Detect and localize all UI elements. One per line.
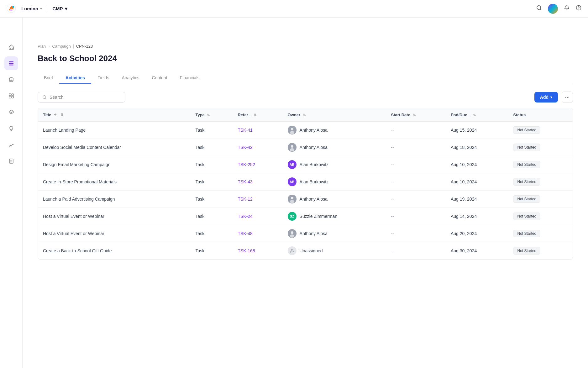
svg-point-17 xyxy=(291,128,293,130)
ref-sort-icon[interactable]: ⇅ xyxy=(254,113,256,117)
table-row[interactable]: Create a Back-to-School Gift Guide Task … xyxy=(38,242,573,260)
owner-name: Alan Burkowitz xyxy=(300,162,329,167)
workspace-chevron-icon: ▾ xyxy=(40,7,42,11)
tabs-bar: Brief Activities Fields Analytics Conten… xyxy=(38,72,573,84)
breadcrumb-divider xyxy=(73,44,74,49)
breadcrumb-campaign-link[interactable]: Campaign xyxy=(52,44,71,49)
table-row[interactable]: Launch a Paid Advertising Campaign Task … xyxy=(38,191,573,208)
table-row[interactable]: Design Email Marketing Campaign Task TSK… xyxy=(38,156,573,173)
svg-point-20 xyxy=(291,145,293,148)
svg-point-27 xyxy=(290,234,294,238)
cell-end-due: Aug 10, 2024 xyxy=(446,173,508,191)
cell-reference: TSK-42 xyxy=(233,139,282,156)
sidebar-item-chart[interactable] xyxy=(4,138,18,152)
enddue-sort-icon[interactable]: ⇅ xyxy=(473,113,476,117)
cell-title: Design Email Marketing Campaign xyxy=(38,156,190,173)
owner-avatar xyxy=(288,195,297,203)
breadcrumb-plan-link[interactable]: Plan xyxy=(38,44,46,49)
cell-start-date: -- xyxy=(386,208,445,225)
status-badge: Not Started xyxy=(513,178,540,186)
cell-type: Task xyxy=(190,139,233,156)
svg-point-1 xyxy=(12,6,14,8)
owner-avatar: AB xyxy=(288,160,297,169)
svg-point-28 xyxy=(291,249,293,251)
tab-brief[interactable]: Brief xyxy=(38,72,59,84)
owner-avatar: AB xyxy=(288,177,297,186)
workspace-selector[interactable]: Lumino ▾ xyxy=(21,6,42,11)
svg-rect-9 xyxy=(9,94,11,96)
tab-fields[interactable]: Fields xyxy=(91,72,115,84)
sidebar-item-home[interactable] xyxy=(4,40,18,54)
top-nav-right xyxy=(536,4,582,14)
status-badge: Not Started xyxy=(513,126,540,134)
cell-end-due: Aug 19, 2024 xyxy=(446,191,508,208)
owner-avatar xyxy=(288,246,297,255)
cell-end-due: Aug 10, 2024 xyxy=(446,156,508,173)
col-reference: Refer... ⇅ xyxy=(233,108,282,122)
sidebar-item-doc[interactable] xyxy=(4,154,18,168)
svg-point-26 xyxy=(291,231,293,234)
cell-reference: TSK-24 xyxy=(233,208,282,225)
sidebar-collapse-button[interactable] xyxy=(4,365,18,368)
cell-reference: TSK-168 xyxy=(233,242,282,260)
cell-status: Not Started xyxy=(508,225,573,242)
svg-point-21 xyxy=(290,148,294,151)
cell-type: Task xyxy=(190,242,233,260)
sidebar-item-list[interactable] xyxy=(4,56,18,70)
svg-point-24 xyxy=(290,200,294,203)
project-selector[interactable]: CMP ▾ xyxy=(52,6,67,12)
add-column-button[interactable]: + xyxy=(54,112,57,118)
table-row[interactable]: Host a Virtual Event or Webinar Task TSK… xyxy=(38,225,573,242)
sidebar-item-database[interactable] xyxy=(4,73,18,87)
svg-point-8 xyxy=(9,78,13,79)
owner-avatar: SZ xyxy=(288,212,297,221)
status-badge: Not Started xyxy=(513,247,540,255)
cell-status: Not Started xyxy=(508,173,573,191)
cell-status: Not Started xyxy=(508,139,573,156)
startdate-sort-icon[interactable]: ⇅ xyxy=(413,113,416,117)
page-title: Back to School 2024 xyxy=(38,54,573,63)
owner-name: Anthony Aiosa xyxy=(300,128,328,133)
main-content: Plan › Campaign CPN-123 Back to School 2… xyxy=(23,18,588,368)
svg-point-0 xyxy=(7,4,16,13)
owner-name: Suzzie Zimmerman xyxy=(300,214,338,219)
more-icon: ··· xyxy=(565,94,570,101)
tab-financials[interactable]: Financials xyxy=(173,72,206,84)
table-row[interactable]: Host a Virtual Event or Webinar Task TSK… xyxy=(38,208,573,225)
add-button[interactable]: Add ▾ xyxy=(534,92,558,103)
tab-content[interactable]: Content xyxy=(145,72,173,84)
more-options-button[interactable]: ··· xyxy=(562,92,573,103)
cell-start-date: -- xyxy=(386,156,445,173)
search-input[interactable] xyxy=(50,95,121,100)
svg-rect-5 xyxy=(9,61,13,62)
cell-reference: TSK-252 xyxy=(233,156,282,173)
cell-status: Not Started xyxy=(508,156,573,173)
help-button[interactable] xyxy=(575,5,582,13)
user-avatar[interactable] xyxy=(548,4,558,14)
search-button[interactable] xyxy=(536,5,542,13)
sidebar-item-library[interactable] xyxy=(4,89,18,103)
sidebar-item-bulb[interactable] xyxy=(4,122,18,135)
cell-type: Task xyxy=(190,122,233,139)
status-badge: Not Started xyxy=(513,161,540,168)
cell-status: Not Started xyxy=(508,242,573,260)
table-row[interactable]: Create In-Store Promotional Materials Ta… xyxy=(38,173,573,191)
svg-point-4 xyxy=(578,9,579,10)
cell-owner: AB Alan Burkowitz xyxy=(283,156,386,173)
svg-point-18 xyxy=(290,131,294,134)
sidebar-item-layers[interactable] xyxy=(4,105,18,119)
tab-activities[interactable]: Activities xyxy=(59,72,91,84)
cell-start-date: -- xyxy=(386,173,445,191)
owner-name: Unassigned xyxy=(300,248,323,253)
app-logo[interactable] xyxy=(6,3,16,14)
title-sort-icon[interactable]: ⇅ xyxy=(60,113,63,117)
tab-analytics[interactable]: Analytics xyxy=(115,72,145,84)
type-sort-icon[interactable]: ⇅ xyxy=(207,113,210,117)
col-start-date: Start Date ⇅ xyxy=(386,108,445,122)
table-row[interactable]: Launch Landing Page Task TSK-41 Anthony … xyxy=(38,122,573,139)
owner-sort-icon[interactable]: ⇅ xyxy=(303,113,306,117)
table-row[interactable]: Develop Social Media Content Calendar Ta… xyxy=(38,139,573,156)
col-end-due: End/Due... ⇅ xyxy=(446,108,508,122)
cell-end-due: Aug 30, 2024 xyxy=(446,242,508,260)
notifications-button[interactable] xyxy=(564,5,570,13)
